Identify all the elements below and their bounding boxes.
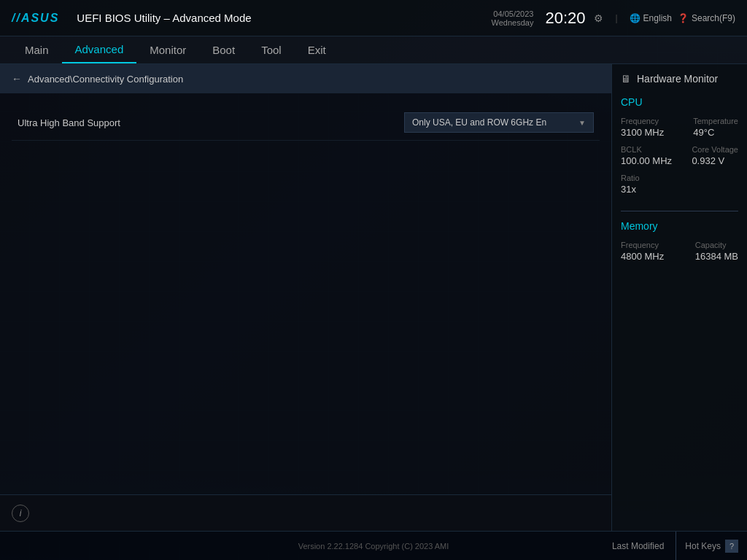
nav-label-monitor: Monitor: [150, 44, 186, 56]
mem-frequency-label: Frequency: [621, 241, 664, 249]
info-icon: i: [12, 505, 29, 522]
cpu-bclk-label: BCLK: [621, 145, 672, 154]
mem-frequency-value: 4800 MHz: [621, 251, 664, 262]
settings-content: Ultra High Band Support Only USA, EU and…: [0, 93, 611, 494]
datetime: 04/05/2023 Wednesday: [492, 9, 534, 27]
search-button[interactable]: ❓ Search(F9): [678, 13, 735, 23]
hardware-monitor-panel: 🖥 Hardware Monitor CPU Frequency 3100 MH…: [612, 64, 747, 531]
uhb-dropdown[interactable]: Only USA, EU and ROW 6GHz En ▼: [404, 112, 594, 133]
separator: |: [615, 13, 617, 23]
info-bar: i: [0, 494, 611, 531]
cpu-frequency-label: Frequency: [621, 117, 664, 125]
language-button[interactable]: 🌐 English: [630, 13, 672, 23]
cpu-voltage-value: 0.932 V: [692, 155, 738, 166]
cpu-ratio-value: 31x: [621, 184, 640, 195]
cpu-section-title: CPU: [621, 96, 738, 108]
gear-icon[interactable]: ⚙: [594, 12, 603, 24]
mem-capacity-col: Capacity 16384 MB: [695, 241, 738, 262]
bios-title: UEFI BIOS Utility – Advanced Mode: [77, 12, 491, 24]
nav-item-main[interactable]: Main: [12, 36, 62, 63]
cpu-bclk-col: BCLK 100.00 MHz: [621, 145, 672, 166]
hot-keys-button[interactable]: Hot Keys ?: [676, 532, 747, 560]
help-icon: ❓: [678, 13, 689, 23]
breadcrumb-text: Advanced\Connectivity Configuration: [28, 74, 183, 85]
setting-row-uhb: Ultra High Band Support Only USA, EU and…: [12, 105, 600, 141]
nav-item-monitor[interactable]: Monitor: [136, 36, 199, 63]
breadcrumb: ← Advanced\Connectivity Configuration: [0, 64, 611, 93]
nav-item-exit[interactable]: Exit: [295, 36, 339, 63]
mem-capacity-label: Capacity: [695, 241, 738, 249]
cpu-ratio-col: Ratio 31x: [621, 174, 640, 195]
left-panel: ← Advanced\Connectivity Configuration Ul…: [0, 64, 612, 531]
nav-label-tool: Tool: [261, 44, 282, 56]
hot-keys-label: Hot Keys: [685, 541, 721, 551]
memory-section-title: Memory: [621, 220, 738, 232]
logo: //ASUS: [12, 12, 65, 25]
cpu-temperature-value: 49°C: [693, 127, 738, 138]
nav-label-boot: Boot: [212, 44, 235, 56]
uhb-dropdown-value: Only USA, EU and ROW 6GHz En: [412, 117, 546, 128]
mem-frequency-col: Frequency 4800 MHz: [621, 241, 664, 262]
nav-bar: Main Advanced Monitor Boot Tool Exit: [0, 36, 747, 64]
search-label: Search(F9): [692, 13, 735, 23]
nav-item-advanced[interactable]: Advanced: [62, 36, 137, 63]
cpu-bclk-voltage-row: BCLK 100.00 MHz Core Voltage 0.932 V: [621, 145, 738, 166]
nav-item-boot[interactable]: Boot: [199, 36, 248, 63]
dropdown-arrow-icon: ▼: [578, 119, 586, 127]
header-right: 04/05/2023 Wednesday 20:20 ⚙ | 🌐 English…: [492, 9, 735, 27]
last-modified-button[interactable]: Last Modified: [600, 532, 676, 560]
cpu-bclk-value: 100.00 MHz: [621, 155, 672, 166]
mem-freq-cap-row: Frequency 4800 MHz Capacity 16384 MB: [621, 241, 738, 262]
cpu-frequency-col: Frequency 3100 MHz: [621, 117, 664, 138]
cpu-temperature-col: Temperature 49°C: [693, 117, 738, 138]
hot-keys-badge: ?: [725, 540, 738, 553]
cpu-voltage-col: Core Voltage 0.932 V: [692, 145, 738, 166]
date-line1: 04/05/2023: [493, 9, 533, 18]
nav-item-tool[interactable]: Tool: [248, 36, 295, 63]
version-text: Version 2.22.1284 Copyright (C) 2023 AMI: [298, 542, 449, 551]
cpu-freq-temp-row: Frequency 3100 MHz Temperature 49°C: [621, 117, 738, 138]
cpu-temperature-label: Temperature: [693, 117, 738, 125]
cpu-ratio-label: Ratio: [621, 174, 640, 182]
nav-label-advanced: Advanced: [75, 43, 124, 55]
hw-monitor-header: 🖥 Hardware Monitor: [621, 73, 738, 85]
hw-monitor-title: Hardware Monitor: [637, 73, 718, 85]
back-arrow-icon[interactable]: ←: [12, 73, 22, 85]
asus-logo: //ASUS: [12, 12, 59, 25]
bottom-bar: Version 2.22.1284 Copyright (C) 2023 AMI…: [0, 531, 747, 560]
monitor-icon: 🖥: [621, 73, 631, 85]
language-label: English: [643, 13, 672, 23]
clock-time: 20:20: [545, 10, 585, 26]
nav-label-exit: Exit: [308, 44, 326, 56]
cpu-voltage-label: Core Voltage: [692, 145, 738, 154]
setting-label-uhb: Ultra High Band Support: [18, 117, 404, 128]
globe-icon: 🌐: [630, 13, 640, 23]
cpu-frequency-value: 3100 MHz: [621, 127, 664, 138]
header: //ASUS UEFI BIOS Utility – Advanced Mode…: [0, 0, 747, 36]
nav-label-main: Main: [25, 44, 49, 56]
bottom-right: Last Modified Hot Keys ?: [600, 532, 747, 560]
date-line2: Wednesday: [492, 18, 534, 27]
last-modified-label: Last Modified: [612, 541, 664, 551]
main-area: ← Advanced\Connectivity Configuration Ul…: [0, 64, 747, 531]
cpu-ratio-row: Ratio 31x: [621, 174, 738, 195]
hw-divider: [621, 211, 738, 211]
mem-capacity-value: 16384 MB: [695, 251, 738, 262]
